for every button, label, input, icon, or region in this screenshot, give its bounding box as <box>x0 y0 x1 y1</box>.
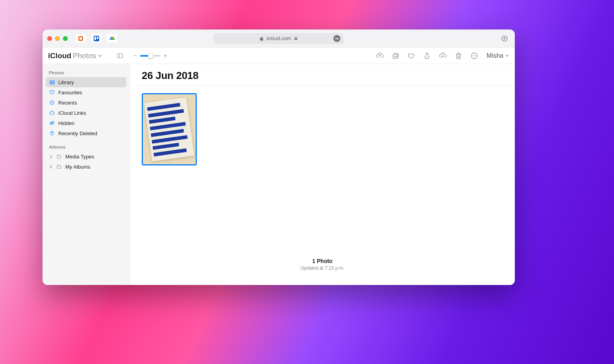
chevron-right-icon <box>49 165 53 169</box>
site-settings-button[interactable]: ••• <box>333 35 340 42</box>
svg-point-13 <box>473 55 473 56</box>
lock-icon <box>294 36 298 40</box>
sidebar-item-library[interactable]: Library <box>46 77 126 87</box>
hidden-icon <box>49 120 55 126</box>
app-title[interactable]: iCloud Photos <box>48 51 102 60</box>
main-content: 26 Jun 2018 1 Photo <box>130 64 515 285</box>
upload-button[interactable] <box>375 51 385 61</box>
library-icon <box>49 79 55 85</box>
sidebar-header-photos: Photos <box>46 70 126 77</box>
favourite-button[interactable] <box>406 51 416 61</box>
svg-point-18 <box>51 81 52 82</box>
updated-time: Updated at 7:15 p.m. <box>130 265 515 271</box>
zoom-in-label: + <box>164 52 167 59</box>
drive-icon <box>109 35 115 42</box>
svg-rect-16 <box>50 81 54 84</box>
photo-grid <box>130 86 515 173</box>
sidebar-header-albums: Albums <box>46 144 126 151</box>
chevron-right-icon <box>49 155 53 158</box>
extension-button-2[interactable] <box>91 33 102 44</box>
sidebar-item-label: iCloud Links <box>58 110 86 116</box>
more-button[interactable] <box>469 51 479 61</box>
apple-icon <box>259 36 264 41</box>
zoom-slider-knob[interactable] <box>148 53 154 59</box>
downloads-button[interactable] <box>499 33 510 44</box>
app-body: Photos Library Favourites Recents <box>43 64 515 285</box>
sidebar-item-media-types[interactable]: Media Types <box>46 151 126 162</box>
sidebar-item-label: Library <box>58 79 74 85</box>
sidebar-item-label: Favourites <box>58 90 82 96</box>
sidebar-item-icloud-links[interactable]: iCloud Links <box>46 108 126 118</box>
toolbar-actions: Misha <box>375 51 509 61</box>
sidebar-item-label: Recents <box>58 100 77 106</box>
extension-button-3[interactable] <box>106 33 118 44</box>
window-minimize-button[interactable] <box>55 36 60 41</box>
url-host: icloud.com <box>266 35 291 41</box>
photo-thumbnail-image <box>144 97 194 162</box>
zoom-slider-track[interactable] <box>140 55 161 57</box>
app-icon-orange <box>78 35 84 42</box>
chevron-down-icon <box>98 53 102 58</box>
delete-button[interactable] <box>453 51 464 61</box>
account-menu[interactable]: Misha <box>486 52 509 59</box>
trello-icon <box>93 35 100 42</box>
sidebar-item-label: Recently Deleted <box>58 131 97 136</box>
svg-rect-4 <box>97 37 98 39</box>
svg-rect-3 <box>94 37 96 40</box>
app-title-sub: Photos <box>73 51 96 60</box>
sidebar-item-label: Media Types <box>65 154 94 160</box>
sidebar-item-label: My Albums <box>65 164 91 170</box>
sidebar-item-label: Hidden <box>58 120 74 126</box>
account-name: Misha <box>486 52 503 59</box>
add-to-album-button[interactable] <box>390 51 401 61</box>
window-close-button[interactable] <box>47 36 52 41</box>
app-title-main: iCloud <box>48 51 71 60</box>
share-button[interactable] <box>422 51 432 61</box>
date-heading: 26 Jun 2018 <box>130 64 515 86</box>
svg-rect-23 <box>57 165 61 168</box>
extension-button-1[interactable] <box>75 33 87 44</box>
clock-icon <box>49 99 55 106</box>
footer: 1 Photo Updated at 7:15 p.m. <box>130 248 515 285</box>
browser-window: icloud.com ••• iCloud Photos − <box>43 29 515 285</box>
photo-count: 1 Photo <box>130 258 515 264</box>
sidebar-toggle-button[interactable] <box>115 51 125 61</box>
sidebar-item-recents[interactable]: Recents <box>46 97 126 108</box>
cloud-icon <box>49 110 55 116</box>
folder-icon <box>56 164 62 170</box>
zoom-out-label: − <box>133 52 137 59</box>
window-controls <box>47 36 68 41</box>
svg-point-14 <box>474 55 475 56</box>
thumbnail-zoom-slider[interactable]: − + <box>133 52 167 59</box>
svg-rect-22 <box>57 155 61 158</box>
folder-icon <box>56 153 62 160</box>
chevron-down-icon <box>505 53 509 58</box>
sidebar-item-hidden[interactable]: Hidden <box>46 118 126 128</box>
svg-rect-9 <box>118 53 123 58</box>
sidebar: Photos Library Favourites Recents <box>43 64 130 285</box>
app-toolbar: iCloud Photos − + <box>43 48 515 64</box>
sidebar-item-favourites[interactable]: Favourites <box>46 87 126 97</box>
address-bar[interactable]: icloud.com ••• <box>214 33 344 44</box>
sidebar-item-my-albums[interactable]: My Albums <box>46 162 126 172</box>
download-button[interactable] <box>438 51 448 61</box>
svg-point-15 <box>475 55 476 56</box>
heart-icon <box>49 89 55 96</box>
trash-icon <box>49 130 55 136</box>
photo-thumbnail-selected[interactable] <box>142 93 197 165</box>
window-fullscreen-button[interactable] <box>63 36 68 41</box>
svg-rect-1 <box>80 37 82 40</box>
sidebar-item-recently-deleted[interactable]: Recently Deleted <box>46 128 126 138</box>
browser-titlebar: icloud.com ••• <box>43 29 515 48</box>
